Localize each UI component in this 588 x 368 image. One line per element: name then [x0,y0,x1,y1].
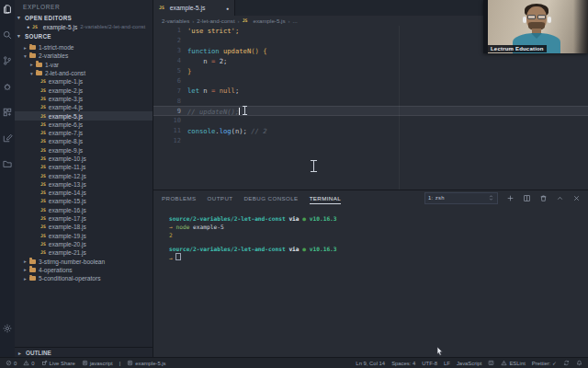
code-line[interactable]: 6 [153,75,588,86]
source-section-header[interactable]: ▾ SOURCE [15,31,153,40]
tree-item-example-17.js[interactable]: JSexample-17.js [15,214,153,223]
open-editors-header[interactable]: ▾ OPEN EDITORS [15,13,153,22]
code-line[interactable]: 12 [153,136,588,146]
status-separator[interactable]: | [119,361,121,366]
explorer-sidebar: EXPLORER ▾ OPEN EDITORS ● JS example-5.j… [15,0,153,358]
status-live-share[interactable]: Live Share [41,360,75,366]
status-errors[interactable]: 0 [6,360,17,366]
extensions-icon[interactable] [2,107,13,118]
breadcrumb-file[interactable]: example-5.js [253,17,285,24]
tree-item-example-19.js[interactable]: JSexample-19.js [15,232,153,240]
tree-item-example-8.js[interactable]: JSexample-8.js [15,137,153,145]
status-prettier[interactable]: Prettier: ✓ [532,361,557,366]
explorer-icon[interactable] [2,4,13,15]
chevron-down-icon: ▾ [17,33,23,39]
panel-tab-problems[interactable]: PROBLEMS [162,192,197,203]
code-line[interactable]: 5} [153,66,588,76]
status-eslint[interactable]: ESLint [501,360,525,366]
code-line[interactable]: 8 [153,96,588,106]
panel-tab-debug-console[interactable]: DEBUG CONSOLE [243,192,298,203]
tree-item-2-let-and-const[interactable]: ▾2-let-and-const [15,69,153,77]
panel-tab-terminal[interactable]: TERMINAL [310,192,342,204]
split-terminal-icon[interactable] [523,194,531,202]
edit-icon[interactable] [2,132,13,144]
status-bar-right: Ln 9, Col 14Spaces: 4UTF-8LFJavaScriptES… [356,360,582,366]
tree-item-4-operations[interactable]: ▸4-operations [15,266,153,274]
tree-item-5-conditional-operators[interactable]: ▸5-conditional-operators [15,274,153,282]
open-editor-path: 2-variables/2-let-and-const [80,24,145,29]
tree-item-example-10.js[interactable]: JSexample-10.js [15,155,153,163]
status-encoding[interactable]: UTF-8 [422,361,437,366]
terminal[interactable]: source/2-variables/2-let-and-const via ●… [153,205,588,262]
breadcrumb-folder[interactable]: 2-variables [162,17,189,24]
code-line[interactable]: 9// updateN(); [153,106,588,116]
tree-item-example-7.js[interactable]: JSexample-7.js [15,129,153,137]
webcam-watermark: Lectrum Education [488,45,547,52]
editor-group: JS example-5.js ● 2-variables › 2-let-an… [153,0,588,358]
status-cursor-position[interactable]: Ln 9, Col 14 [356,361,385,366]
status-language-mode[interactable]: JavaScript [457,361,482,366]
tree-item-example-13.js[interactable]: JSexample-13.js [15,180,153,189]
breadcrumb-folder[interactable]: 2-let-and-const [197,17,234,24]
settings-gear-icon[interactable] [2,323,13,334]
status-language-indicator[interactable]: javascript [82,360,113,366]
feedback-icon [488,360,494,366]
js-file-icon: JS [32,25,38,29]
terminal-shell-selector[interactable]: 1: zsh [424,192,498,204]
tree-item-3-stirng-number-boolean[interactable]: ▸3-stirng-number-boolean [15,257,153,265]
tree-item-example-4.js[interactable]: JSexample-4.js [15,103,153,111]
status-eol[interactable]: LF [444,361,450,366]
status-feedback[interactable] [488,360,494,366]
tree-item-example-14.js[interactable]: JSexample-14.js [15,189,153,197]
tree-item-example-20.js[interactable]: JSexample-20.js [15,240,153,248]
tree-item-example-11.js[interactable]: JSexample-11.js [15,163,153,171]
modified-dot-icon[interactable]: ● [226,6,229,11]
sidebar-title: EXPLORER [15,0,153,13]
status-warnings[interactable]: 0 [23,360,34,366]
tree-item-example-9.js[interactable]: JSexample-9.js [15,146,153,155]
status-sync[interactable] [563,360,570,366]
debug-icon[interactable] [2,81,13,92]
status-indentation[interactable]: Spaces: 4 [391,361,415,366]
tree-item-example-15.js[interactable]: JSexample-15.js [15,197,153,205]
code-line[interactable]: 4 n = 2; [153,56,588,66]
code-line[interactable]: 11console.log(n); // 2 [153,126,588,136]
tree-item-1-strict-mode[interactable]: ▸1-strict-mode [15,43,153,52]
code-line[interactable]: 7let n = null; [153,86,588,96]
file-tree: ▸1-strict-mode▾2-variables▸1-var▾2-let-a… [15,43,153,282]
breadcrumb-symbol[interactable]: ... [293,17,298,24]
terminal-line: → [169,253,588,262]
text-caret [239,108,240,115]
panel-tab-output[interactable]: OUTPUT [208,192,233,203]
chevron-right-icon: ▸ [18,351,24,356]
tree-item-example-1.js[interactable]: JSexample-1.js [15,77,153,86]
code-line[interactable]: 10 [153,116,588,126]
tree-item-2-variables[interactable]: ▾2-variables [15,52,153,60]
vscode-window: EXPLORER ▾ OPEN EDITORS ● JS example-5.j… [0,0,588,368]
tree-item-example-12.js[interactable]: JSexample-12.js [15,171,153,179]
source-control-icon[interactable] [2,55,13,66]
open-editor-item[interactable]: ● JS example-5.js 2-variables/2-let-and-… [15,22,153,31]
panel-tab-bar: PROBLEMSOUTPUTDEBUG CONSOLETERMINAL1: zs… [153,190,588,205]
column-ruler [399,26,400,190]
new-terminal-icon[interactable] [506,194,514,202]
tree-item-example-2.js[interactable]: JSexample-2.js [15,86,153,94]
tree-item-example-21.js[interactable]: JSexample-21.js [15,248,153,257]
select-arrows-icon [488,194,494,201]
tree-item-example-3.js[interactable]: JSexample-3.js [15,95,153,103]
activity-bar [0,0,15,358]
maximize-panel-icon[interactable] [556,194,564,202]
tab-example-5[interactable]: JS example-5.js ● [153,0,235,16]
search-icon[interactable] [2,29,13,40]
tree-item-example-18.js[interactable]: JSexample-18.js [15,223,153,231]
kill-terminal-icon[interactable] [539,194,548,202]
close-panel-icon[interactable] [572,194,581,202]
status-notifications[interactable] [576,360,582,366]
remote-explorer-icon[interactable] [2,158,13,169]
terminal-line: source/2-variables/2-let-and-const via ●… [169,214,588,223]
status-file-indicator[interactable]: example-5.js [127,360,165,366]
tree-item-example-5.js[interactable]: JSexample-5.js [15,111,153,120]
tree-item-1-var[interactable]: ▸1-var [15,61,153,69]
tree-item-example-6.js[interactable]: JSexample-6.js [15,121,153,129]
tree-item-example-16.js[interactable]: JSexample-16.js [15,206,153,214]
